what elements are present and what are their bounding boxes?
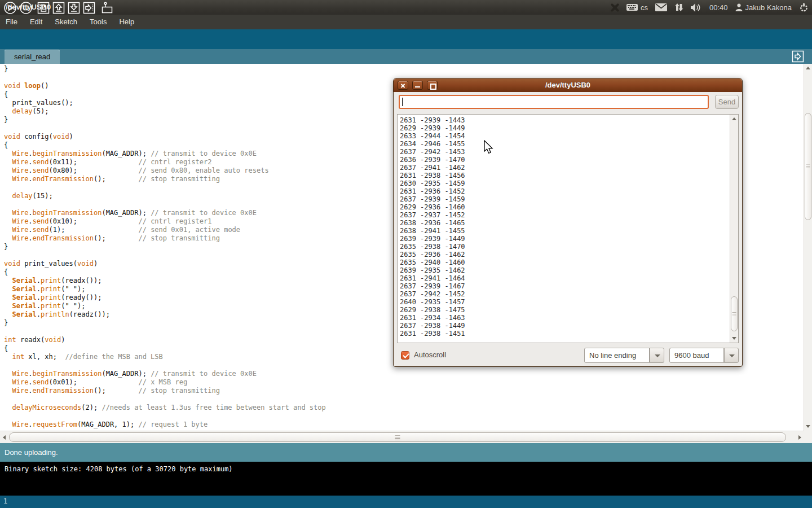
system-tray: cs 00:40	[611, 0, 809, 15]
menu-file[interactable]: File	[6, 15, 24, 29]
serial-send-input[interactable]	[399, 95, 709, 109]
code-line	[4, 395, 326, 404]
line-ending-select[interactable]: No line ending	[584, 348, 664, 363]
code-line: {	[4, 344, 326, 353]
status-message: Done uploading.	[5, 443, 58, 462]
code-line: Wire.endTransmission(); // stop transmit…	[4, 175, 326, 183]
serial-window-titlebar[interactable]: /dev/ttyUSB0	[394, 78, 742, 92]
code-line	[4, 73, 326, 82]
editor-scrollbar-thumb[interactable]	[805, 113, 811, 220]
code-line: }	[4, 319, 326, 327]
menu-tools[interactable]: Tools	[83, 15, 113, 29]
tab-menu-button[interactable]	[791, 50, 805, 63]
tab-serial-read[interactable]: serial_read	[5, 50, 60, 64]
save-button[interactable]	[67, 1, 81, 15]
open-button[interactable]	[52, 1, 65, 15]
serial-scroll-up-arrow[interactable]	[732, 117, 736, 120]
code-line: {	[4, 268, 326, 277]
chevron-down-icon[interactable]	[650, 348, 664, 363]
code-line: delay(15);	[4, 192, 326, 200]
editor-horizontal-scrollbar[interactable]	[0, 431, 804, 443]
line-indicator-bar: 1	[0, 496, 812, 508]
new-sketch-button[interactable]	[37, 1, 50, 15]
code-line: Wire.send(1); // send 0x01, active mode	[4, 226, 326, 234]
menu-help[interactable]: Help	[113, 15, 140, 29]
code-line: Wire.send(0x80); // send 0x80, enable au…	[4, 167, 326, 175]
code-line: delayMicroseconds(2); //needs at least 1…	[4, 404, 326, 412]
code-line: }	[4, 65, 326, 73]
serial-scrollbar-thumb[interactable]	[731, 296, 738, 331]
baud-rate-value: 9600 baud	[669, 348, 724, 363]
serial-output-lines: 2631 -2939 -1443 2629 -2939 -1449 2633 -…	[400, 116, 465, 338]
line-ending-value: No line ending	[584, 348, 650, 363]
code-line	[4, 124, 326, 133]
editor-hscrollbar-thumb[interactable]	[9, 432, 786, 442]
editor-vertical-scrollbar[interactable]	[804, 64, 812, 431]
code-line: Wire.endTransmission(); // stop transmit…	[4, 387, 326, 395]
mail-icon[interactable]	[655, 3, 667, 11]
code-line: int readx(void)	[4, 336, 326, 344]
session-gear-icon[interactable]	[799, 3, 809, 12]
autoscroll-checkbox[interactable]	[401, 351, 409, 360]
status-bar: Done uploading.	[0, 443, 812, 462]
upload-button[interactable]	[82, 1, 96, 15]
code-line: Serial.println(readz());	[4, 310, 326, 319]
serial-window-title: /dev/ttyUSB0	[394, 78, 742, 92]
keyboard-layout-label: cs	[641, 3, 648, 12]
scroll-left-arrow[interactable]	[3, 435, 6, 440]
serial-scrollbar[interactable]	[730, 115, 738, 343]
code-line	[4, 251, 326, 260]
code-line: print_values();	[4, 99, 326, 107]
maximize-button[interactable]	[427, 81, 438, 90]
baud-rate-select[interactable]: 9600 baud	[669, 348, 739, 363]
autoscroll-label: Autoscroll	[414, 351, 446, 359]
serial-output-area[interactable]: 2631 -2939 -1443 2629 -2939 -1449 2633 -…	[397, 114, 739, 343]
scroll-down-arrow[interactable]	[806, 425, 810, 428]
stop-button[interactable]	[19, 1, 33, 15]
user-menu[interactable]: Jakub Kakona	[735, 3, 792, 12]
line-number: 1	[3, 496, 7, 507]
menubar: FileEditSketchToolsHelp	[0, 15, 812, 29]
close-button[interactable]	[398, 81, 408, 90]
code-line: Serial.print(readx());	[4, 277, 326, 285]
verify-button[interactable]	[3, 1, 17, 15]
arduino-ide-screen: /dev/ttyUSB0 cs	[0, 0, 812, 508]
scrollbar-corner	[804, 431, 812, 443]
console-output: Binary sketch size: 4208 bytes (of a 307…	[5, 465, 233, 473]
mouse-cursor	[483, 140, 496, 157]
code-line	[4, 327, 326, 336]
code-line: Wire.requestFrom(MAG_ADDR, 1); // reques…	[4, 421, 326, 429]
code-line: Wire.send(0x10); // cntrl register1	[4, 217, 326, 226]
build-console: Binary sketch size: 4208 bytes (of a 307…	[0, 462, 812, 496]
clock[interactable]: 00:40	[709, 3, 728, 12]
serial-monitor-button[interactable]	[100, 1, 114, 15]
sketch-code: }void loop(){ print_values(); delay(5);}…	[4, 65, 326, 429]
code-line: Serial.print(" ");	[4, 302, 326, 310]
keyboard-layout-indicator[interactable]: cs	[626, 3, 648, 12]
code-line: void print_values(void)	[4, 260, 326, 268]
code-line: }	[4, 116, 326, 124]
ide-toolbar	[0, 29, 812, 49]
chevron-down-icon[interactable]	[724, 348, 739, 363]
scroll-up-arrow[interactable]	[806, 67, 810, 69]
volume-icon[interactable]	[691, 3, 702, 12]
scroll-right-arrow[interactable]	[798, 435, 801, 440]
pinwheel-icon[interactable]	[611, 3, 619, 12]
username-label: Jakub Kakona	[745, 3, 792, 12]
code-line: {	[4, 90, 326, 99]
code-line: delay(5);	[4, 107, 326, 116]
code-line	[4, 412, 326, 421]
menu-sketch[interactable]: Sketch	[48, 15, 83, 29]
code-line: int xl, xh; //define the MSB and LSB	[4, 353, 326, 361]
code-line: Wire.beginTransmission(MAG_ADDR); // tra…	[4, 209, 326, 217]
serial-scroll-down-arrow[interactable]	[732, 337, 736, 340]
minimize-button[interactable]	[412, 81, 423, 90]
code-line: Wire.send(0x11); // cntrl register2	[4, 158, 326, 167]
code-line: Wire.beginTransmission(MAG_ADDR); // tra…	[4, 150, 326, 158]
network-transfer-icon[interactable]	[674, 3, 683, 12]
keyboard-icon	[626, 3, 638, 11]
send-button[interactable]: Send	[715, 95, 739, 109]
menu-edit[interactable]: Edit	[24, 15, 48, 29]
code-line: Wire.beginTransmission(MAG_ADDR); // tra…	[4, 370, 326, 378]
code-line: Serial.print(ready());	[4, 294, 326, 302]
